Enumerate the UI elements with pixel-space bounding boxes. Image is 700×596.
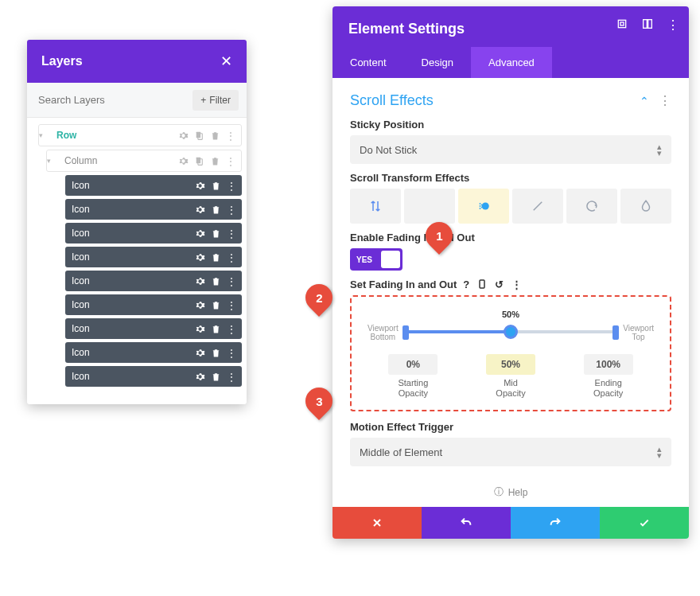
trash-icon[interactable] — [211, 252, 221, 263]
layer-row-icon[interactable]: Icon⋮ — [65, 199, 242, 220]
effect-rotate[interactable] — [566, 189, 617, 224]
effects-row — [350, 189, 671, 224]
phone-icon[interactable] — [477, 279, 487, 290]
fade-track[interactable]: 50% Viewport Bottom Viewport Top — [368, 310, 654, 348]
opacity-start-value[interactable]: 0% — [388, 354, 438, 375]
gear-icon[interactable] — [195, 324, 205, 334]
dots-icon[interactable]: ⋮ — [226, 156, 236, 166]
tab-content[interactable]: Content — [332, 47, 404, 78]
dots-icon[interactable]: ⋮ — [667, 18, 679, 30]
save-button[interactable] — [600, 507, 689, 539]
cancel-button[interactable] — [332, 507, 422, 539]
dots-icon[interactable]: ⋮ — [227, 372, 237, 382]
layer-row-row[interactable]: ▾ Row ⋮ — [38, 124, 242, 146]
layer-row-icon[interactable]: Icon⋮ — [65, 175, 242, 196]
gear-icon[interactable] — [195, 276, 205, 286]
dots-icon[interactable]: ⋮ — [227, 300, 237, 310]
layer-row-icon[interactable]: Icon⋮ — [65, 342, 242, 363]
trash-icon[interactable] — [210, 130, 220, 141]
redo-button[interactable] — [511, 507, 600, 539]
gear-icon[interactable] — [195, 228, 205, 239]
gear-icon[interactable] — [178, 130, 189, 141]
trash-icon[interactable] — [211, 181, 221, 191]
trash-icon[interactable] — [211, 372, 221, 382]
layer-row-icon[interactable]: Icon⋮ — [65, 271, 242, 291]
layers-header: Layers ✕ — [27, 40, 247, 83]
help-link[interactable]: ⓘ Help — [332, 477, 689, 507]
chevron-down-icon[interactable]: ▾ — [39, 131, 47, 139]
dots-icon[interactable]: ⋮ — [227, 252, 237, 263]
tab-advanced[interactable]: Advanced — [471, 47, 552, 78]
effect-horizontal[interactable] — [404, 189, 455, 224]
gear-icon[interactable] — [195, 300, 205, 310]
undo-button[interactable] — [422, 507, 511, 539]
search-input[interactable] — [35, 89, 186, 111]
trash-icon[interactable] — [211, 324, 221, 334]
chevron-down-icon[interactable]: ▾ — [47, 157, 55, 165]
svg-point-12 — [481, 205, 483, 206]
close-icon[interactable]: ✕ — [220, 53, 232, 70]
row-actions: ⋮ — [190, 324, 242, 334]
dots-icon[interactable]: ⋮ — [227, 228, 237, 239]
handle-right[interactable] — [612, 325, 619, 340]
layer-row-icon[interactable]: Icon⋮ — [65, 223, 242, 243]
trash-icon[interactable] — [211, 205, 221, 215]
layer-label: Icon — [65, 199, 190, 220]
section-scroll-effects[interactable]: Scroll Effects ⌃ ⋮ — [350, 92, 671, 109]
chevron-up-icon[interactable]: ⌃ — [640, 95, 649, 107]
layer-row-icon[interactable]: Icon⋮ — [65, 318, 242, 339]
enable-fade-label: Enable Fading In and Out — [350, 232, 671, 243]
motion-trigger-select[interactable]: Middle of Element ▴▾ — [350, 438, 671, 466]
effect-fade[interactable] — [458, 189, 509, 224]
layer-row-icon[interactable]: Icon⋮ — [65, 247, 242, 267]
opacity-end-value[interactable]: 100% — [584, 354, 633, 375]
layer-label: Icon — [65, 175, 190, 196]
handle-mid[interactable] — [504, 325, 518, 339]
effect-blur[interactable] — [620, 189, 671, 224]
trash-icon[interactable] — [211, 276, 221, 286]
enable-fade-toggle[interactable]: YES — [350, 248, 402, 271]
dots-icon[interactable]: ⋮ — [227, 181, 237, 191]
gear-icon[interactable] — [178, 156, 189, 166]
help-icon[interactable]: ? — [463, 279, 469, 290]
handle-left[interactable] — [402, 325, 409, 340]
dots-icon[interactable]: ⋮ — [227, 276, 237, 286]
expand-icon[interactable] — [616, 18, 628, 30]
gear-icon[interactable] — [195, 252, 205, 263]
opacity-mid-value[interactable]: 50% — [486, 354, 535, 375]
reset-icon[interactable]: ↺ — [495, 279, 504, 290]
trash-icon[interactable] — [211, 348, 221, 358]
dots-icon[interactable]: ⋮ — [659, 94, 671, 107]
dots-icon[interactable]: ⋮ — [226, 130, 236, 141]
gear-icon[interactable] — [195, 348, 205, 358]
sticky-select[interactable]: Do Not Stick ▴▾ — [350, 135, 671, 164]
gear-icon[interactable] — [195, 181, 205, 191]
svg-rect-7 — [648, 20, 652, 29]
dots-icon[interactable]: ⋮ — [227, 205, 237, 215]
set-fade-label: Set Fading In and Out ? ↺ ⋮ — [350, 279, 671, 290]
layer-row-icon[interactable]: Icon⋮ — [65, 294, 242, 315]
layer-label: Icon — [65, 342, 190, 363]
effect-scale[interactable] — [512, 189, 563, 224]
filter-button[interactable]: + Filter — [192, 90, 239, 111]
track-top-value: 50% — [502, 310, 519, 319]
effect-vertical[interactable] — [350, 189, 401, 224]
transform-effects-label: Scroll Transform Effects — [350, 172, 671, 184]
dots-icon[interactable]: ⋮ — [227, 348, 237, 358]
gear-icon[interactable] — [195, 372, 205, 382]
settings-panel: Element Settings ⋮ Content Design Advanc… — [332, 6, 689, 539]
trash-icon[interactable] — [210, 156, 220, 166]
tab-design[interactable]: Design — [404, 47, 471, 78]
header-icons: ⋮ — [616, 18, 679, 30]
dots-icon[interactable]: ⋮ — [227, 324, 237, 334]
columns-icon[interactable] — [641, 18, 654, 30]
duplicate-icon[interactable] — [194, 130, 204, 141]
layer-row-column[interactable]: ▾ Column ⋮ — [46, 150, 242, 172]
layer-row-icon[interactable]: Icon⋮ — [65, 366, 242, 387]
duplicate-icon[interactable] — [194, 156, 204, 166]
dots-icon[interactable]: ⋮ — [511, 279, 522, 290]
trash-icon[interactable] — [211, 300, 221, 310]
svg-point-11 — [480, 208, 481, 209]
gear-icon[interactable] — [195, 205, 205, 215]
trash-icon[interactable] — [211, 228, 221, 239]
